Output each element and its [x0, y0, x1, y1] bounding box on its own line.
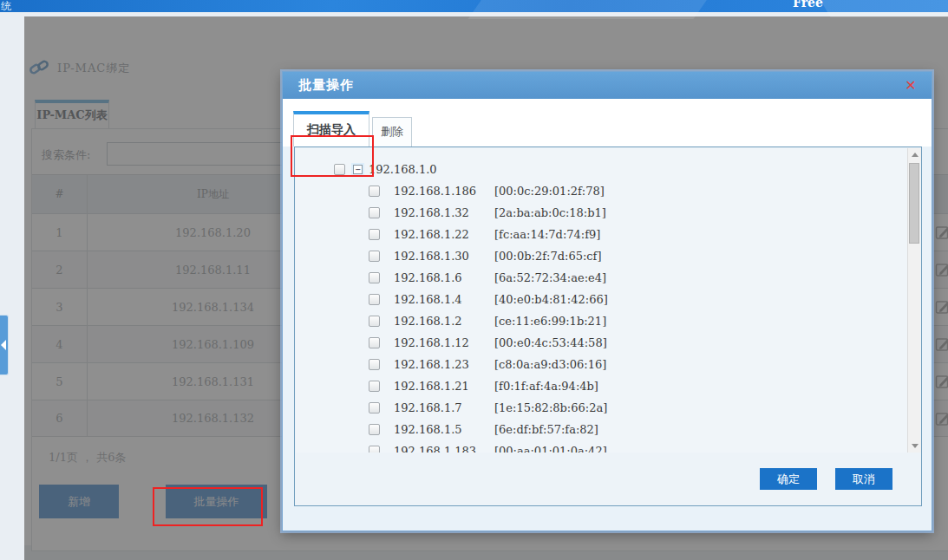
device-mac: [f0:1f:af:4a:94:4b]: [494, 380, 598, 393]
device-mac: [6e:df:bf:57:fa:82]: [494, 423, 598, 436]
device-mac: [2a:ba:ab:0c:18:b1]: [494, 206, 606, 219]
checkbox[interactable]: [369, 251, 380, 262]
scan-result-row[interactable]: 192.168.1.23 [c8:0a:a9:d3:06:16]: [296, 354, 908, 375]
device-mac: [fc:aa:14:7d:74:f9]: [494, 228, 600, 241]
collapse-icon[interactable]: −: [353, 165, 363, 174]
close-icon[interactable]: ✕: [902, 77, 919, 94]
tab-scan-import[interactable]: 扫描导入: [293, 111, 369, 147]
scan-result-row[interactable]: 192.168.1.30 [00:0b:2f:7d:65:cf]: [296, 245, 908, 267]
device-mac: [6a:52:72:34:ae:e4]: [494, 271, 606, 284]
dialog-body: 扫描导入 删除 − 192.168.1.0 192.168.1.186 [00:…: [283, 99, 932, 531]
scan-result-row[interactable]: 192.168.1.21 [f0:1f:af:4a:94:4b]: [296, 375, 908, 397]
checkbox[interactable]: [369, 294, 380, 305]
checkbox[interactable]: [369, 229, 380, 240]
device-mac: [40:e0:b4:81:42:66]: [494, 293, 608, 306]
device-ip: 192.168.1.6: [394, 271, 482, 284]
dialog-buttons: 确定 取消: [760, 468, 892, 490]
dialog-title: 批量操作: [298, 72, 354, 99]
cancel-button[interactable]: 取消: [835, 468, 892, 490]
tree-children: 192.168.1.186 [00:0c:29:01:2f:78] 192.16…: [296, 180, 908, 453]
device-ip: 192.168.1.4: [394, 293, 482, 306]
checkbox[interactable]: [369, 207, 380, 218]
screen: IP-MAC绑定 10条/页 IP-MAC列表 搜索条件: # IP地址 1 1…: [0, 0, 948, 560]
topbar-decoration: [817, 0, 948, 17]
free-label: Free: [793, 0, 823, 10]
checkbox[interactable]: [369, 316, 380, 327]
scroll-up-button[interactable]: [908, 148, 921, 161]
ok-button[interactable]: 确定: [760, 468, 817, 490]
subnet-label: 192.168.1.0: [369, 163, 437, 176]
device-ip: 192.168.1.22: [394, 228, 482, 241]
scan-result-row[interactable]: 192.168.1.32 [2a:ba:ab:0c:18:b1]: [296, 202, 908, 224]
sidebar-collapse-handle[interactable]: [0, 315, 9, 375]
scroll-down-icon: [912, 444, 919, 448]
device-ip: 192.168.1.5: [394, 423, 482, 436]
checkbox[interactable]: [369, 272, 380, 283]
scan-result-row[interactable]: 192.168.1.183 [00:aa:01:01:0a:42]: [296, 440, 908, 453]
tab-delete[interactable]: 删除: [372, 117, 412, 147]
checkbox[interactable]: [369, 402, 380, 413]
device-ip: 192.168.1.12: [394, 336, 482, 349]
brand-text-fragment: 统: [1, 0, 11, 12]
dialog-tab-strip: 扫描导入 删除: [283, 99, 932, 147]
device-mac: [00:0b:2f:7d:65:cf]: [494, 250, 602, 263]
checkbox[interactable]: [369, 381, 380, 392]
device-ip: 192.168.1.30: [394, 250, 482, 263]
checkbox[interactable]: [369, 424, 380, 435]
batch-operation-dialog: 批量操作 ✕ 扫描导入 删除 − 192.168.1.0: [282, 71, 932, 531]
checkbox[interactable]: [369, 359, 380, 370]
device-mac: [00:0c:29:01:2f:78]: [494, 185, 605, 198]
device-ip: 192.168.1.186: [394, 185, 482, 198]
scan-result-row[interactable]: 192.168.1.5 [6e:df:bf:57:fa:82]: [296, 419, 908, 440]
checkbox[interactable]: [369, 337, 380, 348]
scan-result-row[interactable]: 192.168.1.12 [00:e0:4c:53:44:58]: [296, 332, 908, 354]
scan-import-panel: − 192.168.1.0 192.168.1.186 [00:0c:29:01…: [294, 147, 922, 506]
device-ip: 192.168.1.2: [394, 315, 482, 328]
scan-result-row[interactable]: 192.168.1.4 [40:e0:b4:81:42:66]: [296, 289, 908, 310]
scroll-down-button[interactable]: [908, 440, 921, 453]
dialog-header: 批量操作 ✕: [283, 72, 932, 99]
checkbox-select-all[interactable]: [334, 164, 345, 175]
device-ip: 192.168.1.32: [394, 206, 482, 219]
checkbox[interactable]: [369, 186, 380, 197]
scan-result-row[interactable]: 192.168.1.6 [6a:52:72:34:ae:e4]: [296, 267, 908, 289]
scroll-up-icon: [912, 153, 919, 157]
scan-result-row[interactable]: 192.168.1.186 [00:0c:29:01:2f:78]: [296, 180, 908, 202]
device-ip: 192.168.1.7: [394, 401, 482, 414]
device-mac: [00:e0:4c:53:44:58]: [494, 336, 607, 349]
scroll-thumb[interactable]: [909, 163, 919, 244]
checkbox[interactable]: [369, 446, 380, 453]
tree-parent-row: − 192.168.1.0: [296, 159, 908, 180]
scan-result-row[interactable]: 192.168.1.7 [1e:15:82:8b:66:2a]: [296, 397, 908, 419]
device-mac: [00:aa:01:01:0a:42]: [494, 445, 607, 453]
scrollbar[interactable]: [907, 148, 920, 453]
top-nav-bar: 统 Free: [0, 0, 948, 12]
scan-result-row[interactable]: 192.168.1.2 [ce:11:e6:99:1b:21]: [296, 310, 908, 332]
scan-result-list[interactable]: − 192.168.1.0 192.168.1.186 [00:0c:29:01…: [296, 148, 908, 453]
device-mac: [c8:0a:a9:d3:06:16]: [494, 358, 606, 371]
device-ip: 192.168.1.183: [394, 445, 482, 453]
device-mac: [1e:15:82:8b:66:2a]: [494, 401, 607, 414]
device-ip: 192.168.1.21: [394, 380, 482, 393]
topbar-decoration: [467, 0, 711, 19]
chevron-left-icon: [1, 340, 6, 350]
device-mac: [ce:11:e6:99:1b:21]: [494, 315, 606, 328]
device-ip: 192.168.1.23: [394, 358, 482, 371]
scan-result-row[interactable]: 192.168.1.22 [fc:aa:14:7d:74:f9]: [296, 224, 908, 245]
